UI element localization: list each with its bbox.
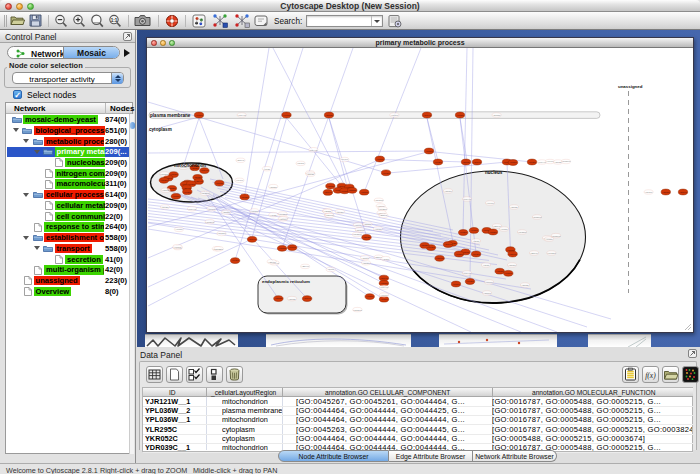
svg-text:YPL22W: YPL22W (547, 252, 557, 254)
svg-text:YNL3W: YNL3W (508, 264, 516, 266)
svg-text:YJL2C: YJL2C (483, 264, 490, 266)
svg-text:YGR4W: YGR4W (200, 169, 209, 171)
svg-text:YJL2C: YJL2C (270, 214, 277, 216)
svg-text:YOR1C: YOR1C (162, 189, 170, 191)
svg-text:YGR4W: YGR4W (303, 297, 312, 299)
svg-text:YDR3C: YDR3C (421, 244, 429, 246)
svg-text:YLR1C: YLR1C (380, 298, 387, 300)
svg-text:YLR44C: YLR44C (463, 198, 472, 200)
svg-text:YML5C: YML5C (251, 210, 259, 212)
svg-text:YLR44C: YLR44C (538, 161, 547, 163)
svg-text:YNL3W: YNL3W (444, 190, 452, 192)
svg-text:YDR3C: YDR3C (269, 186, 277, 188)
svg-text:YPL22W: YPL22W (278, 213, 288, 215)
svg-text:YLR1C: YLR1C (452, 283, 459, 285)
svg-text:YGR20W: YGR20W (561, 160, 571, 162)
svg-text:YDR3C: YDR3C (194, 176, 202, 178)
svg-text:YML5C: YML5C (500, 228, 508, 230)
svg-text:YPL22W: YPL22W (518, 231, 528, 233)
svg-text:YDR3C: YDR3C (510, 206, 518, 208)
svg-text:YGR4W: YGR4W (248, 238, 257, 240)
svg-text:YJL2C: YJL2C (327, 268, 334, 270)
svg-text:YKL1W: YKL1W (391, 114, 399, 116)
svg-text:YGR4W: YGR4W (183, 187, 192, 189)
svg-text:1:1: 1:1 (111, 18, 118, 23)
svg-text:YML5C: YML5C (456, 114, 464, 116)
svg-text:YBR9W: YBR9W (493, 225, 502, 227)
svg-text:YLR44C: YLR44C (309, 149, 318, 151)
svg-text:YJL2C: YJL2C (324, 210, 331, 212)
svg-text:YLR1C: YLR1C (509, 161, 516, 163)
svg-text:YGR4W: YGR4W (423, 114, 432, 116)
svg-text:YGR20W: YGR20W (532, 216, 542, 218)
svg-text:YKL1W: YKL1W (486, 202, 494, 204)
svg-text:YLR1C: YLR1C (455, 253, 462, 255)
svg-text:YML5C: YML5C (170, 173, 178, 175)
svg-text:YLR1C: YLR1C (425, 150, 432, 152)
svg-text:YML5C: YML5C (496, 270, 504, 272)
svg-text:YLR1C: YLR1C (195, 114, 202, 116)
svg-text:YDR3C: YDR3C (493, 114, 501, 116)
svg-text:YGR4W: YGR4W (436, 257, 445, 259)
svg-text:YPL22W: YPL22W (217, 232, 227, 234)
svg-text:YML5C: YML5C (216, 182, 224, 184)
svg-text:YKL1W: YKL1W (354, 224, 362, 226)
svg-text:YGR20W: YGR20W (160, 173, 170, 175)
svg-text:YKL1W: YKL1W (341, 158, 349, 160)
svg-text:YDR3C: YDR3C (288, 298, 296, 300)
svg-text:YKL2W: YKL2W (188, 183, 196, 185)
svg-text:f(x): f(x) (645, 371, 656, 380)
svg-text:YLR1C: YLR1C (505, 272, 512, 274)
svg-text:YJL2C: YJL2C (264, 168, 271, 170)
svg-text:YNL3W: YNL3W (645, 191, 653, 193)
svg-text:YBR9W: YBR9W (301, 265, 310, 267)
svg-text:YKL2W: YKL2W (528, 161, 536, 163)
svg-text:cytoplasm: cytoplasm (149, 127, 172, 132)
svg-text:YBR9W: YBR9W (530, 252, 539, 254)
svg-text:YDR3C: YDR3C (363, 236, 371, 238)
svg-text:YDR3C: YDR3C (222, 211, 230, 213)
svg-text:YKL1W: YKL1W (236, 179, 244, 181)
svg-text:YKL2W: YKL2W (366, 295, 374, 297)
svg-text:YJL2C: YJL2C (473, 240, 480, 242)
svg-text:YNL3W: YNL3W (362, 262, 370, 264)
svg-text:YLR44C: YLR44C (325, 214, 334, 216)
svg-text:YGR20W: YGR20W (205, 221, 215, 223)
svg-text:YKL2W: YKL2W (466, 280, 474, 282)
svg-text:YML5C: YML5C (174, 246, 182, 248)
svg-text:YNL3W: YNL3W (297, 162, 305, 164)
svg-text:YPL22W: YPL22W (353, 233, 363, 235)
svg-text:YDR3C: YDR3C (521, 284, 529, 286)
svg-text:YGR4W: YGR4W (473, 161, 482, 163)
svg-text:YPL22W: YPL22W (214, 248, 224, 250)
svg-text:plasma membrane: plasma membrane (150, 113, 191, 118)
svg-text:YLR1C: YLR1C (470, 229, 477, 231)
svg-text:YKL2W: YKL2W (472, 253, 480, 255)
svg-text:YKL2W: YKL2W (231, 259, 239, 261)
svg-text:YGR20W: YGR20W (374, 199, 384, 201)
svg-text:nucleus: nucleus (485, 170, 503, 175)
svg-text:YML5C: YML5C (545, 238, 553, 240)
svg-text:YLR1C: YLR1C (376, 158, 383, 160)
svg-text:YLR1C: YLR1C (172, 195, 179, 197)
svg-text:YGR4W: YGR4W (380, 277, 389, 279)
svg-text:YBR9W: YBR9W (237, 159, 246, 161)
svg-text:YKL1W: YKL1W (208, 208, 216, 210)
svg-text:YKL1W: YKL1W (380, 294, 388, 296)
svg-text:YNL3W: YNL3W (336, 211, 344, 213)
svg-text:YPL22W: YPL22W (201, 192, 211, 194)
svg-text:YDR3C: YDR3C (348, 189, 356, 191)
svg-text:YKL2W: YKL2W (160, 179, 168, 181)
svg-text:YJL2C: YJL2C (382, 258, 389, 260)
svg-text:YGR4W: YGR4W (195, 180, 204, 182)
svg-text:YDR3C: YDR3C (364, 223, 372, 225)
svg-text:YML5C: YML5C (361, 191, 369, 193)
svg-text:YGR20W: YGR20W (353, 309, 363, 311)
svg-text:YLR44C: YLR44C (238, 114, 247, 116)
svg-text:YML5C: YML5C (489, 231, 497, 233)
svg-text:YOR1C: YOR1C (483, 292, 491, 294)
svg-text:YML5C: YML5C (374, 228, 382, 230)
svg-text:YLR1C: YLR1C (289, 246, 296, 248)
svg-text:YNL3W: YNL3W (161, 206, 169, 208)
svg-text:YDR3C: YDR3C (327, 185, 335, 187)
